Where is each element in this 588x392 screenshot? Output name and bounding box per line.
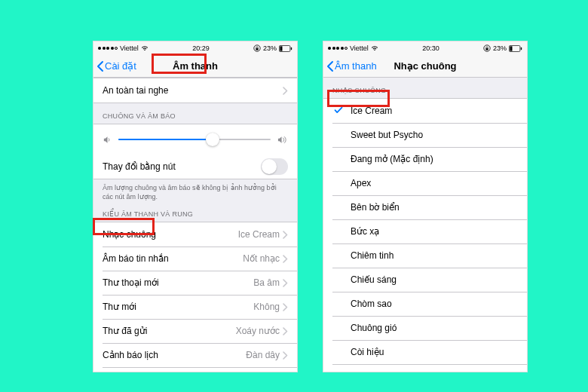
ringtone-label: Chiêm tinh [351,250,518,261]
ringtone-label: Đang mở (Mặc định) [351,154,518,164]
back-button[interactable]: Âm thanh [326,60,377,72]
ringtone-label: Sweet but Psycho [351,130,518,140]
row-sound-1[interactable]: Âm báo tin nhắnNốt nhạc [93,247,297,271]
cell-label: Âm báo tin nhắn [103,253,243,264]
section-header-ringer: CHUÔNG VÀ ÂM BÁO [93,103,297,124]
row-sound-2[interactable]: Thư thoại mớiBa âm [93,271,297,295]
wifi-icon [371,45,378,51]
back-label: Âm thanh [335,60,377,72]
nav-bar: Âm thanh Nhạc chuông [323,55,527,78]
battery-icon [279,45,292,52]
status-bar: Viettel 20:29 23% [93,41,297,55]
row-sound-6[interactable]: Cảnh báo Lời nhắcĐàn dây [93,367,297,372]
cell-value: Không [253,302,280,312]
chevron-right-icon [283,255,288,263]
toggle-change-with-buttons[interactable] [261,158,288,175]
phone-right: Viettel 20:30 23% Âm thanh Nhạc chuông N… [323,41,528,372]
ringtone-label: Bức xạ [351,226,518,237]
ringtone-label: Chòm sao [351,299,518,309]
battery-pct: 23% [493,44,507,52]
ringtone-item-1[interactable]: Sweet but Psycho [323,123,527,147]
ringtone-item-11[interactable]: Cú đêm [323,364,527,372]
cell-label: Thư mới [103,302,253,312]
row-sound-5[interactable]: Cảnh báo lịchĐàn dây [93,343,297,367]
phone-left: Viettel 20:29 23% Cài đặt Âm thanh An to… [93,41,298,372]
orientation-lock-icon [253,44,261,52]
battery-icon [509,45,522,52]
ringtone-item-6[interactable]: Chiêm tinh [323,243,527,268]
chevron-right-icon [283,351,288,360]
row-sound-0[interactable]: Nhạc chuôngIce Cream [93,222,297,247]
ringtone-label: Còi hiệu [351,347,518,357]
chevron-right-icon [283,279,288,287]
volume-slider[interactable] [118,139,271,140]
carrier-label: Viettel [350,44,369,52]
cell-value: Ba âm [253,277,280,288]
ringtone-item-10[interactable]: Còi hiệu [323,340,527,364]
back-label: Cài đặt [105,60,136,72]
ringtone-label: Ice Cream [351,106,518,116]
ringtone-item-3[interactable]: Apex [323,171,527,195]
row-headphone-safety[interactable]: An toàn tai nghe [93,78,297,103]
row-sound-3[interactable]: Thư mớiKhông [93,295,297,319]
ringtone-item-2[interactable]: Đang mở (Mặc định) [323,147,527,171]
section-header-sounds: KIỂU ÂM THANH VÀ RUNG [93,201,297,222]
carrier-label: Viettel [120,44,139,52]
cell-label: An toàn tai nghe [103,85,283,96]
svg-rect-9 [521,47,522,50]
volume-slider-row [93,124,297,155]
ringtone-label: Chuông gió [351,323,518,333]
cell-label: Nhạc chuông [103,229,238,240]
cell-value: Xoáy nước [236,326,280,336]
signal-dots-icon [98,47,118,50]
cell-value: Ice Cream [238,229,280,240]
cell-label: Thư đã gửi [103,326,236,336]
orientation-lock-icon [483,44,491,52]
ringtone-label: Bên bờ biển [351,202,518,213]
ringtone-item-4[interactable]: Bên bờ biển [323,195,527,219]
chevron-right-icon [283,327,288,335]
chevron-right-icon [283,303,288,311]
cell-value: Đàn dây [246,350,280,360]
ringtone-item-0[interactable]: Ice Cream [323,99,527,123]
ringtone-label: Chiếu sáng [351,274,518,285]
chevron-right-icon [283,87,288,95]
svg-rect-3 [280,46,282,51]
status-bar: Viettel 20:30 23% [323,41,527,55]
row-change-with-buttons[interactable]: Thay đổi bằng nút [93,155,297,179]
chevron-left-icon [326,60,334,72]
wifi-icon [141,45,149,51]
ringtone-label: Cú đêm [351,371,518,372]
slider-thumb[interactable] [206,133,219,146]
signal-dots-icon [328,47,348,50]
status-time: 20:29 [192,44,210,52]
volume-high-icon [277,135,288,145]
back-button[interactable]: Cài đặt [96,60,136,72]
ringtone-item-8[interactable]: Chòm sao [323,292,527,316]
chevron-left-icon [96,60,104,72]
section-footer-ringer: Âm lượng chuông và âm báo sẽ không bị ản… [93,179,297,201]
svg-rect-8 [510,46,512,51]
row-sound-4[interactable]: Thư đã gửiXoáy nước [93,319,297,343]
svg-rect-1 [256,48,258,51]
cell-value: Nốt nhạc [243,253,280,264]
nav-bar: Cài đặt Âm thanh [93,55,297,78]
section-header-ringtones: NHẠC CHUÔNG [323,78,527,98]
cell-label: Thay đổi bằng nút [103,161,261,172]
cell-label: Thư thoại mới [103,277,253,288]
ringtone-content: NHẠC CHUÔNG Ice CreamSweet but PsychoĐan… [323,78,527,372]
volume-low-icon [103,135,112,145]
ringtone-label: Apex [351,178,518,188]
ringtone-item-7[interactable]: Chiếu sáng [323,268,527,292]
status-time: 20:30 [422,44,439,52]
ringtone-item-5[interactable]: Bức xạ [323,219,527,243]
chevron-right-icon [283,231,288,239]
svg-rect-6 [485,48,488,51]
ringtone-item-9[interactable]: Chuông gió [323,316,527,340]
battery-pct: 23% [263,44,277,52]
checkmark-icon [332,106,345,117]
cell-label: Cảnh báo lịch [103,350,246,360]
settings-content: An toàn tai nghe CHUÔNG VÀ ÂM BÁO Thay đ… [93,78,297,372]
svg-rect-4 [291,47,292,50]
